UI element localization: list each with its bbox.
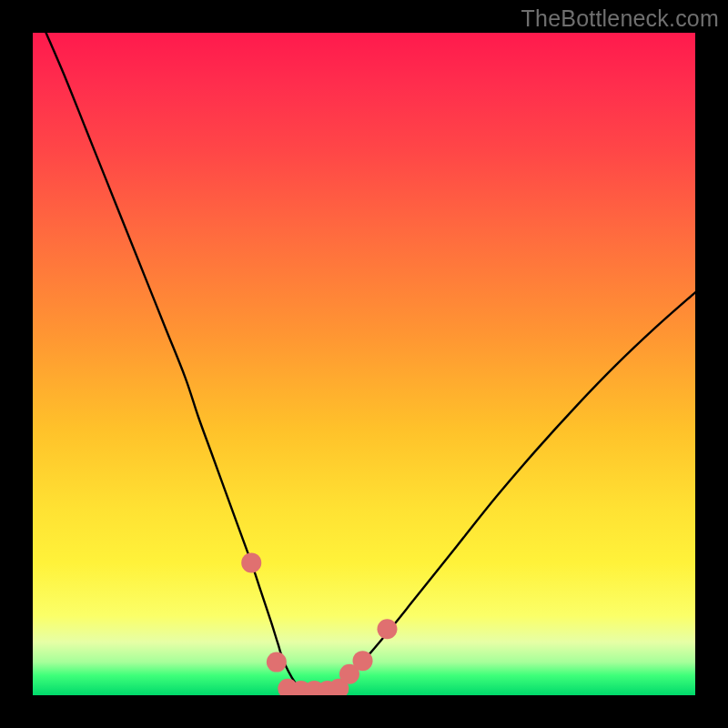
outer-frame: TheBottleneck.com bbox=[0, 0, 728, 728]
data-marker bbox=[241, 552, 261, 572]
bottleneck-curve bbox=[46, 33, 695, 693]
plot-area bbox=[33, 33, 695, 695]
data-markers bbox=[241, 552, 397, 695]
data-marker bbox=[353, 651, 373, 671]
data-marker bbox=[377, 619, 397, 639]
chart-svg bbox=[33, 33, 695, 695]
watermark-text: TheBottleneck.com bbox=[521, 5, 719, 32]
data-marker bbox=[267, 652, 287, 672]
